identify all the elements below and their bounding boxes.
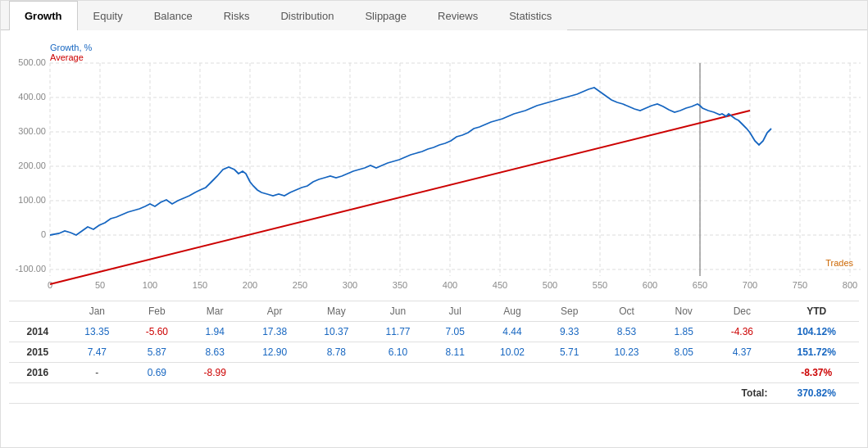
svg-text:150: 150 <box>193 280 207 290</box>
tab-equity[interactable]: Equity <box>78 1 139 30</box>
monthly-table-container: Jan Feb Mar Apr May Jun Jul Aug Sep Oct … <box>1 301 867 412</box>
svg-text:400: 400 <box>443 280 457 290</box>
table-cell-month: 5.87 <box>128 342 186 363</box>
svg-text:300: 300 <box>343 280 357 290</box>
table-cell-month: 8.11 <box>429 342 481 363</box>
table-cell-month <box>657 363 710 383</box>
svg-text:500: 500 <box>543 280 557 290</box>
tab-statistics[interactable]: Statistics <box>493 1 567 30</box>
col-jan: Jan <box>66 301 128 322</box>
svg-text:450: 450 <box>493 280 507 290</box>
svg-text:300.00: 300.00 <box>18 126 46 136</box>
svg-text:750: 750 <box>793 280 807 290</box>
table-cell-month: 10.23 <box>596 342 657 363</box>
table-cell-month: - <box>66 363 128 383</box>
table-cell-month: 8.63 <box>186 342 244 363</box>
monthly-table: Jan Feb Mar Apr May Jun Jul Aug Sep Oct … <box>9 301 859 404</box>
legend-growth: Growth, % <box>50 43 92 52</box>
svg-rect-0 <box>9 38 861 276</box>
col-ytd: YTD <box>774 301 859 322</box>
tab-growth[interactable]: Growth <box>9 1 78 30</box>
table-cell-ytd: 104.12% <box>774 322 859 342</box>
col-feb: Feb <box>128 301 186 322</box>
total-value: 370.82% <box>774 383 859 404</box>
table-cell-month <box>710 363 774 383</box>
tab-risks[interactable]: Risks <box>208 1 266 30</box>
table-header-row: Jan Feb Mar Apr May Jun Jul Aug Sep Oct … <box>9 301 859 322</box>
table-cell-month: 8.53 <box>596 322 657 342</box>
legend-average: Average <box>50 52 92 62</box>
table-cell-ytd: -8.37% <box>774 363 859 383</box>
table-cell-month: 10.02 <box>481 342 543 363</box>
col-mar: Mar <box>186 301 244 322</box>
tab-bar: Growth Equity Balance Risks Distribution… <box>1 1 867 30</box>
table-cell-month: 12.90 <box>244 342 306 363</box>
total-empty-cell <box>186 383 244 404</box>
table-cell-month: 11.77 <box>367 322 429 342</box>
table-row: 2016-0.69-8.99-8.37% <box>9 363 859 383</box>
total-empty-cell <box>429 383 481 404</box>
table-cell-year: 2014 <box>9 322 66 342</box>
main-container: Growth Equity Balance Risks Distribution… <box>0 0 868 448</box>
table-cell-month: -5.60 <box>128 322 186 342</box>
svg-text:500.00: 500.00 <box>18 57 46 67</box>
chart-legend: Growth, % Average <box>50 43 92 62</box>
table-cell-month: 1.85 <box>657 322 710 342</box>
col-aug: Aug <box>481 301 543 322</box>
svg-text:0: 0 <box>41 229 46 239</box>
growth-chart: 500.00 400.00 300.00 200.00 100.00 0 -10… <box>9 38 861 292</box>
table-cell-month <box>244 363 306 383</box>
svg-text:100.00: 100.00 <box>18 195 46 205</box>
col-jul: Jul <box>429 301 481 322</box>
svg-text:800: 800 <box>843 280 857 290</box>
col-oct: Oct <box>596 301 657 322</box>
svg-text:50: 50 <box>95 280 105 290</box>
table-cell-month: 4.37 <box>710 342 774 363</box>
total-empty-cell <box>543 383 596 404</box>
svg-text:200: 200 <box>243 280 257 290</box>
table-cell-month: 17.38 <box>244 322 306 342</box>
total-empty-cell <box>66 383 128 404</box>
table-cell-month: 8.78 <box>306 342 367 363</box>
table-total-row: Total:370.82% <box>9 383 859 404</box>
svg-text:550: 550 <box>593 280 607 290</box>
table-cell-month: 4.44 <box>481 322 543 342</box>
total-empty-cell <box>128 383 186 404</box>
table-cell-month <box>481 363 543 383</box>
svg-text:700: 700 <box>743 280 757 290</box>
total-empty-cell <box>657 383 710 404</box>
tab-reviews[interactable]: Reviews <box>422 1 493 30</box>
col-jun: Jun <box>367 301 429 322</box>
table-cell-month: 6.10 <box>367 342 429 363</box>
col-sep: Sep <box>543 301 596 322</box>
table-cell-month: 8.05 <box>657 342 710 363</box>
table-cell-month: -8.99 <box>186 363 244 383</box>
table-cell-year: 2015 <box>9 342 66 363</box>
svg-text:250: 250 <box>293 280 307 290</box>
table-cell-month <box>367 363 429 383</box>
table-cell-month <box>596 363 657 383</box>
table-cell-month <box>306 363 367 383</box>
col-nov: Nov <box>657 301 710 322</box>
table-cell-month: 13.35 <box>66 322 128 342</box>
total-empty-cell <box>481 383 543 404</box>
total-empty-cell <box>367 383 429 404</box>
col-may: May <box>306 301 367 322</box>
svg-text:0: 0 <box>48 280 52 290</box>
svg-text:-100.00: -100.00 <box>16 264 46 274</box>
tab-slippage[interactable]: Slippage <box>349 1 422 30</box>
col-year <box>9 301 66 322</box>
tab-distribution[interactable]: Distribution <box>265 1 349 30</box>
table-cell-month <box>429 363 481 383</box>
col-apr: Apr <box>244 301 306 322</box>
svg-text:350: 350 <box>393 280 407 290</box>
tab-balance[interactable]: Balance <box>139 1 208 30</box>
total-empty-cell <box>596 383 657 404</box>
table-cell-month: 7.05 <box>429 322 481 342</box>
total-empty-cell <box>244 383 306 404</box>
svg-text:200.00: 200.00 <box>18 161 46 170</box>
total-empty-cell <box>9 383 66 404</box>
table-cell-month: 7.47 <box>66 342 128 363</box>
svg-text:600: 600 <box>643 280 657 290</box>
table-cell-month: 5.71 <box>543 342 596 363</box>
